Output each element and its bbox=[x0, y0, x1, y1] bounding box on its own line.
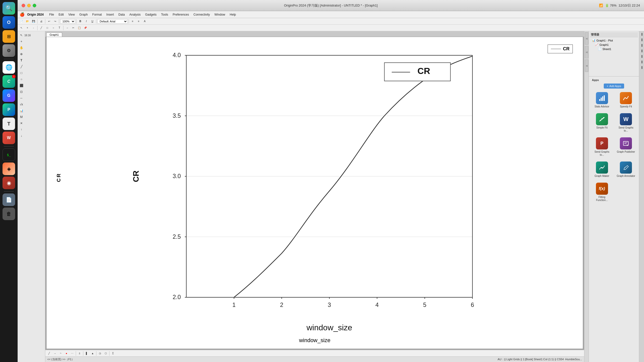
menu-insert[interactable]: Insert bbox=[104, 12, 116, 17]
menu-help[interactable]: Help bbox=[228, 12, 238, 17]
dock-documents[interactable]: 📄 bbox=[3, 193, 15, 206]
app-send-graphs-ppt[interactable]: P Send Graphs to... bbox=[591, 136, 613, 158]
tb-italic[interactable]: I bbox=[84, 19, 89, 24]
menu-connectivity[interactable]: Connectivity bbox=[192, 12, 212, 17]
dock-wps[interactable]: W bbox=[3, 132, 15, 144]
tb-rect[interactable]: □ bbox=[45, 25, 50, 31]
app-graph-maker[interactable]: Graph Maker bbox=[591, 160, 613, 179]
menu-file[interactable]: File bbox=[47, 12, 56, 17]
tb-line[interactable]: ╱ bbox=[39, 25, 44, 31]
bt-arrow[interactable]: → bbox=[52, 351, 58, 356]
file-tree-item-3[interactable]: 📄Sheet1 bbox=[590, 47, 638, 51]
add-apps-button[interactable]: + Add Apps bbox=[604, 84, 624, 89]
lt-scale[interactable]: ↔ bbox=[18, 95, 45, 101]
dock-finder[interactable]: 🔍 bbox=[3, 2, 15, 15]
app-stats-advisor[interactable]: Stats Advisor bbox=[591, 91, 613, 110]
dock-origin[interactable]: O bbox=[3, 16, 15, 29]
collapse-btn-1[interactable]: ◁ bbox=[585, 32, 588, 45]
tb-bold[interactable]: B bbox=[78, 19, 83, 24]
rbp-btn-1[interactable]: ▐ bbox=[639, 32, 644, 37]
menu-preferences[interactable]: Preferences bbox=[171, 12, 191, 17]
lt-crosshair[interactable]: ⊕ bbox=[18, 51, 45, 57]
lt-draw-line[interactable]: ╱ bbox=[18, 64, 45, 70]
bt-bar[interactable]: ▌ bbox=[84, 351, 90, 356]
app-fitting-function[interactable]: f(x) Fitting Function... bbox=[591, 181, 613, 203]
lt-data-selector[interactable]: ⬛ bbox=[18, 83, 45, 89]
menu-edit[interactable]: Edit bbox=[57, 12, 66, 17]
rbp-btn-6[interactable]: ▐ bbox=[639, 59, 644, 64]
tb-select[interactable]: ↖ bbox=[19, 25, 24, 31]
graph-tab[interactable]: Graph1 bbox=[46, 32, 62, 37]
tb-open[interactable]: 📂 bbox=[25, 19, 30, 24]
menu-analysis[interactable]: Analysis bbox=[127, 12, 143, 17]
dock-terminal[interactable]: $_ bbox=[3, 148, 15, 161]
rbp-btn-7[interactable]: ▐ bbox=[639, 65, 644, 70]
bt-scatter[interactable]: ⋯ bbox=[69, 351, 75, 356]
lt-up[interactable]: ↑ bbox=[18, 127, 45, 133]
lt-formula[interactable]: √x bbox=[18, 101, 45, 107]
dock-typora[interactable]: T bbox=[3, 117, 15, 130]
rbp-btn-3[interactable]: ▐ bbox=[639, 43, 644, 48]
tb-align-center[interactable]: ≡ bbox=[136, 19, 141, 24]
dock-trash[interactable]: 🗑 bbox=[3, 208, 15, 220]
lt-zoom[interactable]: + bbox=[18, 38, 45, 45]
menu-data[interactable]: Data bbox=[117, 12, 127, 17]
app-simple-fit[interactable]: Simple Fit bbox=[591, 112, 613, 134]
tb-save[interactable]: 💾 bbox=[31, 19, 36, 24]
lt-draw-rect[interactable]: □ bbox=[18, 70, 45, 76]
tb-ellipse[interactable]: ○ bbox=[51, 25, 56, 31]
close-button[interactable] bbox=[22, 4, 25, 7]
menu-window[interactable]: Window bbox=[212, 12, 227, 17]
dock-goland[interactable]: G bbox=[3, 89, 15, 102]
bt-plus-err[interactable]: ± bbox=[77, 351, 82, 356]
lt-down[interactable]: ↓ bbox=[18, 133, 45, 139]
bt-curve[interactable]: ~ bbox=[58, 351, 63, 356]
dock-app3[interactable]: ◈ bbox=[3, 163, 15, 175]
menu-view[interactable]: View bbox=[66, 12, 77, 17]
lt-region[interactable]: ⊡ bbox=[18, 89, 45, 95]
bt-pie[interactable]: ◷ bbox=[97, 351, 103, 356]
font-name-select[interactable]: Default: Arial bbox=[97, 19, 128, 24]
dock-app4[interactable]: ◉ bbox=[3, 177, 15, 189]
dock-launchpad[interactable]: ⊞ bbox=[3, 30, 15, 43]
menu-tools[interactable]: Tools bbox=[159, 12, 170, 17]
app-send-graphs-word[interactable]: W Send Graphs to... bbox=[615, 112, 637, 134]
maximize-button[interactable] bbox=[33, 4, 36, 7]
tb-print[interactable]: 🖨 bbox=[39, 19, 44, 24]
tb-undo[interactable]: ↩ bbox=[46, 19, 52, 24]
tb-align-left[interactable]: ≡ bbox=[130, 19, 135, 24]
bt-line[interactable]: ╱ bbox=[46, 351, 52, 356]
tb-underline[interactable]: U bbox=[90, 19, 95, 24]
menu-graph[interactable]: Graph bbox=[77, 12, 90, 17]
app-graph-annotator[interactable]: Graph Annotator bbox=[615, 160, 637, 179]
collapse-btn-3[interactable]: ◁ bbox=[585, 59, 588, 72]
file-tree-item-2[interactable]: 📈Graph1 bbox=[590, 43, 638, 47]
rbp-btn-4[interactable]: ▐ bbox=[639, 48, 644, 53]
tb-cut[interactable]: ✂ bbox=[70, 25, 76, 31]
bt-3d[interactable]: ⬡ bbox=[103, 351, 108, 356]
menu-gadgets[interactable]: Gadgets bbox=[143, 12, 159, 17]
bt-area[interactable]: ▲ bbox=[90, 351, 95, 356]
lt-delete[interactable]: ✕ bbox=[18, 120, 45, 126]
tb-paste[interactable]: 📌 bbox=[83, 25, 88, 31]
dock-sysprefs[interactable]: ⚙ bbox=[3, 44, 15, 57]
dock-pycharm[interactable]: P bbox=[3, 103, 15, 116]
zoom-select[interactable]: 100% 75% 150% bbox=[60, 19, 75, 24]
dock-chrome[interactable]: 🌐 bbox=[3, 61, 15, 74]
app-graph-publisher[interactable]: Graph Publisher bbox=[615, 136, 637, 158]
tb-new[interactable]: 📄 bbox=[19, 19, 24, 24]
tb-arrow[interactable]: → bbox=[64, 25, 70, 31]
lt-pointer[interactable]: ↖16:16 bbox=[18, 32, 45, 38]
dock-clion[interactable]: C 1 bbox=[3, 75, 15, 88]
lt-draw-circle[interactable]: ○ bbox=[18, 76, 45, 82]
bt-stats[interactable]: Σ bbox=[110, 351, 116, 356]
tb-copy[interactable]: 📋 bbox=[77, 25, 82, 31]
file-tree-item-1[interactable]: 📊Graph1 - Plot bbox=[590, 38, 638, 43]
collapse-btn-2[interactable]: ◁ bbox=[585, 46, 588, 58]
lt-graph[interactable]: 📊 bbox=[18, 108, 45, 114]
tb-text-tool[interactable]: T bbox=[57, 25, 62, 31]
app-speedy-fit[interactable]: Speedy Fit bbox=[615, 91, 637, 110]
tb-zoom-in[interactable]: + bbox=[25, 25, 30, 31]
tb-zoom-out[interactable]: - bbox=[31, 25, 36, 31]
lt-marker[interactable]: M bbox=[18, 114, 45, 120]
